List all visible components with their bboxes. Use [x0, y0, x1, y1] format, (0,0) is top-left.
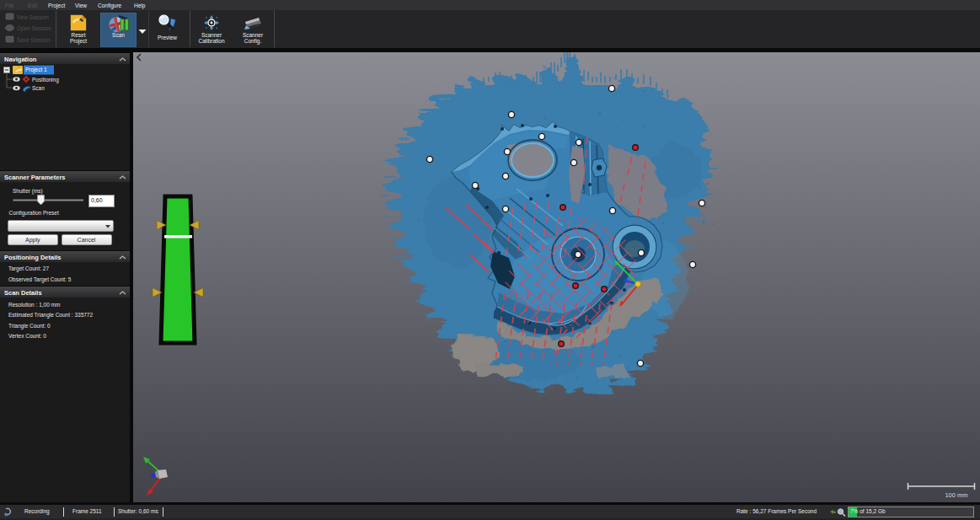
svg-text:100 mm: 100 mm [945, 491, 967, 499]
